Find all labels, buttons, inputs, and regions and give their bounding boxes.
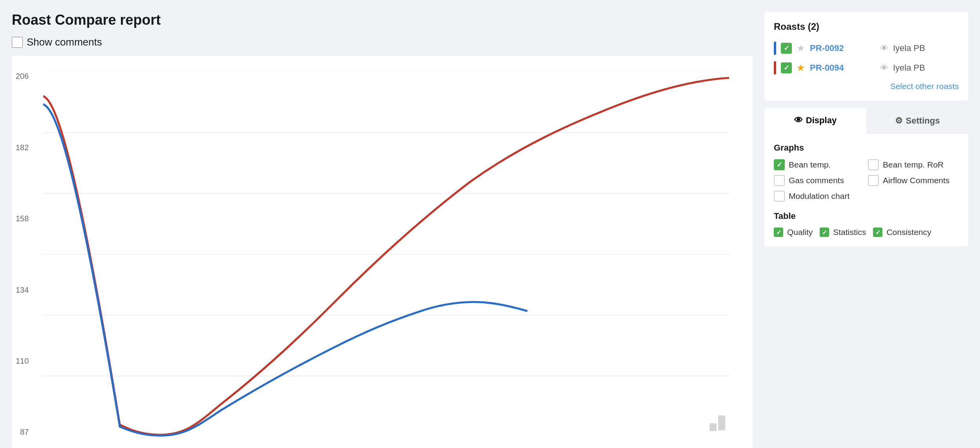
roast-2-id[interactable]: PR-0094: [810, 63, 876, 73]
y-label-158: 158: [16, 214, 29, 223]
modulation-chart-label: Modulation chart: [789, 191, 849, 201]
bean-temp-ror-label: Bean temp. RoR: [883, 160, 944, 169]
show-comments-checkbox[interactable]: [12, 37, 23, 48]
airflow-comments-checkbox[interactable]: [868, 175, 879, 186]
quality-label: Quality: [787, 228, 813, 237]
select-other-roasts-link[interactable]: Select other roasts: [890, 82, 959, 91]
tab-display[interactable]: 👁 Display: [764, 108, 866, 133]
bean-temp-ror-checkbox[interactable]: [868, 159, 879, 170]
table-item-consistency: Consistency: [873, 228, 931, 237]
chart-container: 87 110 134 158 182 206: [12, 56, 753, 448]
y-axis-labels: 87 110 134 158 182 206: [16, 72, 29, 437]
table-item-quality: Quality: [774, 228, 813, 237]
roasts-card: Roasts (2) ✓ ★ PR-0092 👁 Iyela PB ✓ ★ PR: [764, 12, 968, 100]
roast-1-name: Iyela PB: [893, 43, 959, 53]
table-item-statistics: Statistics: [820, 228, 866, 237]
select-other-roasts: Select other roasts: [774, 82, 959, 91]
bean-temp-label: Bean temp.: [789, 160, 831, 169]
svg-rect-7: [710, 423, 717, 431]
roast-2-eye-icon[interactable]: 👁: [880, 64, 888, 73]
consistency-label: Consistency: [886, 228, 931, 237]
statistics-label: Statistics: [833, 228, 866, 237]
show-comments-label: Show comments: [27, 36, 102, 48]
table-row-checks: Quality Statistics Consistency: [774, 228, 959, 237]
display-settings-card: 👁 Display ⚙ Settings Graphs Bean temp.: [764, 108, 968, 246]
consistency-checkbox[interactable]: [873, 228, 882, 237]
gas-comments-checkbox[interactable]: [774, 175, 785, 186]
page-container: Roast Compare report Show comments 87 11…: [0, 0, 980, 448]
roast-1-eye-icon[interactable]: 👁: [880, 44, 888, 53]
roasts-title: Roasts (2): [774, 21, 959, 32]
watermark: [710, 415, 725, 433]
tab-settings[interactable]: ⚙ Settings: [866, 108, 968, 133]
roast-color-bar-red: [774, 61, 776, 75]
show-comments-row: Show comments: [12, 36, 753, 48]
graphs-grid: Bean temp. Bean temp. RoR Gas comments: [774, 159, 959, 202]
y-label-206: 206: [16, 72, 29, 81]
chart-svg: [43, 72, 729, 437]
red-curve: [43, 78, 729, 435]
eye-tab-icon: 👁: [794, 115, 803, 126]
roast-2-name: Iyela PB: [893, 63, 959, 73]
bean-temp-checkbox[interactable]: [774, 159, 785, 170]
roast-2-star-icon[interactable]: ★: [797, 62, 805, 73]
display-tab-label: Display: [806, 115, 837, 126]
graphs-section-title: Graphs: [774, 143, 959, 153]
graph-item-airflow-comments: Airflow Comments: [868, 175, 959, 186]
page-title: Roast Compare report: [12, 12, 753, 28]
table-section-title: Table: [774, 211, 959, 221]
right-panel: Roasts (2) ✓ ★ PR-0092 👁 Iyela PB ✓ ★ PR: [764, 12, 968, 436]
graph-item-gas-comments: Gas comments: [774, 175, 865, 186]
graph-item-modulation-chart: Modulation chart: [774, 191, 865, 202]
roast-1-checkbox[interactable]: ✓: [781, 43, 792, 54]
y-label-134: 134: [16, 286, 29, 295]
modulation-chart-checkbox[interactable]: [774, 191, 785, 202]
blue-curve: [43, 104, 527, 436]
graph-item-bean-temp-ror: Bean temp. RoR: [868, 159, 959, 170]
roast-row-2: ✓ ★ PR-0094 👁 Iyela PB: [774, 58, 959, 78]
roast-1-id[interactable]: PR-0092: [810, 43, 876, 53]
settings-tab-label: Settings: [906, 116, 940, 126]
roast-color-bar-blue: [774, 42, 776, 55]
svg-rect-8: [718, 415, 725, 430]
tab-content: Graphs Bean temp. Bean temp. RoR: [764, 133, 968, 246]
tab-bar: 👁 Display ⚙ Settings: [764, 108, 968, 133]
y-label-182: 182: [16, 143, 29, 152]
roast-row-1: ✓ ★ PR-0092 👁 Iyela PB: [774, 38, 959, 58]
airflow-comments-label: Airflow Comments: [883, 176, 949, 185]
quality-checkbox[interactable]: [774, 228, 783, 237]
gas-comments-label: Gas comments: [789, 176, 844, 185]
main-area: Roast Compare report Show comments 87 11…: [12, 12, 753, 436]
gear-tab-icon: ⚙: [895, 116, 903, 126]
chart-area: 87 110 134 158 182 206: [43, 72, 729, 437]
roast-2-checkbox[interactable]: ✓: [781, 62, 792, 73]
y-label-110: 110: [16, 357, 29, 366]
statistics-checkbox[interactable]: [820, 228, 829, 237]
y-label-87: 87: [20, 428, 29, 437]
graph-item-bean-temp: Bean temp.: [774, 159, 865, 170]
roast-1-star-icon[interactable]: ★: [797, 43, 805, 54]
